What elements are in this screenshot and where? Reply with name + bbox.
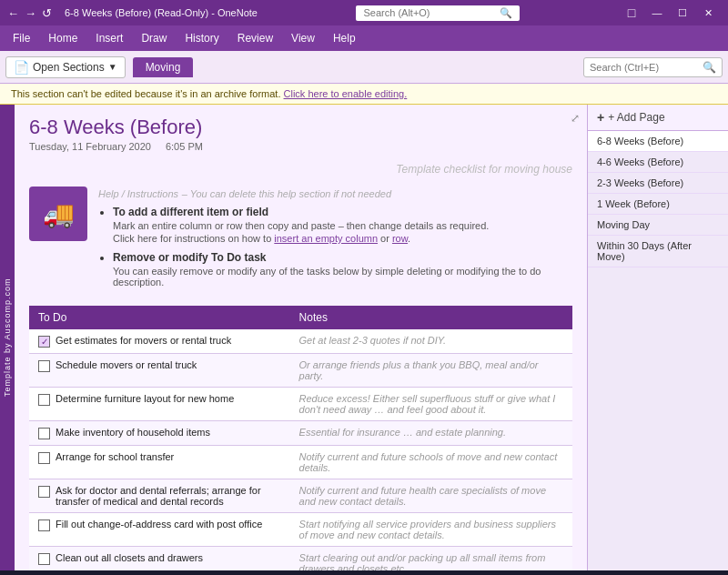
task-cell: Clean out all closets and drawers: [29, 547, 290, 571]
menu-review[interactable]: Review: [228, 28, 282, 48]
note-time: 6:05 PM: [166, 141, 203, 152]
page-item[interactable]: 4-6 Weeks (Before): [588, 152, 728, 173]
todo-checkbox[interactable]: [38, 394, 50, 406]
help-item-2-text: You can easily remove or modify any of t…: [113, 266, 572, 288]
page-item[interactable]: 1 Week (Before): [588, 194, 728, 215]
task-label: Clean out all closets and drawers: [56, 552, 203, 563]
insert-row-link[interactable]: row: [392, 233, 408, 244]
page-item[interactable]: 6-8 Weeks (Before): [588, 131, 728, 152]
notes-cell: Start clearing out and/or packing up all…: [290, 547, 572, 571]
table-row: ✓Get estimates for movers or rental truc…: [29, 329, 572, 354]
todo-checkbox[interactable]: [38, 553, 50, 565]
todo-checkbox[interactable]: [38, 486, 50, 498]
menu-insert[interactable]: Insert: [86, 28, 132, 48]
help-subtitle: – You can delete this help section if no…: [182, 188, 391, 199]
title-search-box[interactable]: 🔍: [356, 5, 520, 21]
notes-cell: Or arrange friends plus a thank you BBQ,…: [290, 354, 572, 388]
close-button[interactable]: ✕: [695, 0, 721, 25]
help-item-1: To add a different item or field Mark an…: [113, 206, 572, 244]
menu-draw[interactable]: Draw: [132, 28, 176, 48]
menu-help[interactable]: Help: [324, 28, 365, 48]
page-item[interactable]: 2-3 Weeks (Before): [588, 173, 728, 194]
table-row: Clean out all closets and drawersStart c…: [29, 547, 572, 571]
search-box[interactable]: 🔍: [583, 57, 723, 77]
todo-checkbox[interactable]: ✓: [38, 336, 50, 348]
help-item-2: Remove or modify To Do task You can easi…: [113, 251, 572, 288]
window-controls: □ — ☐ ✕: [619, 0, 721, 25]
table-body: ✓Get estimates for movers or rental truc…: [29, 329, 572, 570]
app-undo-icon[interactable]: ↺: [42, 6, 52, 20]
insert-column-link[interactable]: insert an empty column: [274, 233, 378, 244]
col-header-todo: To Do: [29, 306, 290, 329]
search-icon: 🔍: [500, 7, 512, 19]
content-area: ⤢ 6-8 Weeks (Before) Tuesday, 11 Februar…: [15, 105, 587, 570]
todo-checkbox[interactable]: [38, 452, 50, 464]
task-label: Arrange for school transfer: [56, 451, 174, 462]
task-label: Determine furniture layout for new home: [56, 393, 234, 404]
task-cell: Make inventory of household items: [29, 421, 290, 446]
menu-file[interactable]: File: [4, 28, 39, 48]
app-forward-icon[interactable]: →: [25, 6, 36, 20]
warning-banner: This section can't be edited because it'…: [0, 84, 728, 105]
task-cell: Arrange for school transfer: [29, 446, 290, 479]
help-title: Help / Instructions – You can delete thi…: [98, 187, 572, 200]
add-page-button[interactable]: + + Add Page: [588, 105, 728, 131]
task-label: Schedule movers or rental truck: [56, 359, 197, 370]
menu-home[interactable]: Home: [39, 28, 86, 48]
notes-cell: Notify current and future schools of mov…: [290, 446, 572, 479]
help-list: To add a different item or field Mark an…: [113, 206, 572, 288]
notebook-icon-btn[interactable]: □: [619, 0, 644, 25]
title-bar: ← → ↺ 6-8 Weeks (Before) (Read-Only) - O…: [0, 0, 728, 25]
notes-cell: Start notifying all service providers an…: [290, 513, 572, 547]
table-row: Determine furniture layout for new homeR…: [29, 388, 572, 421]
help-item-1-link-text: Click here for instructions on how to in…: [113, 233, 572, 244]
menu-bar: File Home Insert Draw History Review Vie…: [0, 25, 728, 51]
todo-checkbox[interactable]: [38, 520, 50, 531]
task-cell: Ask for doctor and dental referrals; arr…: [29, 479, 290, 513]
help-item-2-heading: Remove or modify To Do task: [113, 251, 266, 264]
help-item-1-text: Mark an entire column or row then copy a…: [113, 220, 572, 231]
search-input[interactable]: [590, 62, 699, 73]
moving-tab[interactable]: Moving: [133, 57, 194, 77]
page-item[interactable]: Within 30 Days (After Move): [588, 236, 728, 267]
notebook-open-icon: 📄: [14, 60, 29, 75]
table-row: Ask for doctor and dental referrals; arr…: [29, 479, 572, 513]
page-list: 6-8 Weeks (Before)4-6 Weeks (Before)2-3 …: [588, 131, 728, 570]
todo-checkbox[interactable]: [38, 360, 50, 372]
task-label: Ask for doctor and dental referrals; arr…: [56, 485, 281, 507]
menu-history[interactable]: History: [176, 28, 228, 48]
template-label: Template checklist for moving house: [29, 163, 572, 176]
minimize-button[interactable]: —: [644, 0, 670, 25]
help-text: Help / Instructions – You can delete thi…: [98, 187, 572, 295]
app-back-icon[interactable]: ←: [7, 6, 19, 20]
search-icon: 🔍: [703, 61, 716, 74]
task-cell: Determine furniture layout for new home: [29, 388, 290, 421]
expand-icon[interactable]: ⤢: [571, 112, 580, 125]
help-item-1-heading: To add a different item or field: [113, 206, 268, 218]
open-sections-label: Open Sections: [33, 61, 105, 74]
open-sections-button[interactable]: 📄 Open Sections ▼: [5, 56, 126, 78]
title-bar-title: 6-8 Weeks (Before) (Read-Only) - OneNote: [65, 7, 258, 18]
table-row: Schedule movers or rental truckOr arrang…: [29, 354, 572, 388]
notes-cell: Get at least 2-3 quotes if not DIY.: [290, 329, 572, 354]
todo-checkbox[interactable]: [38, 428, 50, 439]
menu-view[interactable]: View: [282, 28, 324, 48]
title-bar-left: ← → ↺ 6-8 Weeks (Before) (Read-Only) - O…: [7, 6, 258, 20]
maximize-button[interactable]: ☐: [670, 0, 695, 25]
enable-editing-link[interactable]: Click here to enable editing.: [284, 88, 408, 99]
todo-table: To Do Notes ✓Get estimates for movers or…: [29, 306, 572, 570]
toolbar-row: 📄 Open Sections ▼ Moving 🔍: [0, 51, 728, 84]
add-page-label: + Add Page: [608, 111, 664, 124]
table-header: To Do Notes: [29, 306, 572, 329]
notes-cell: Essential for insurance … and estate pla…: [290, 421, 572, 446]
title-search-input[interactable]: [363, 7, 496, 18]
left-strip: Template by Auscomp.com: [0, 105, 15, 570]
task-label: Fill out change-of-address card with pos…: [56, 519, 262, 530]
task-label: Make inventory of household items: [56, 427, 210, 438]
notes-cell: Notify current and future health care sp…: [290, 479, 572, 513]
notes-cell: Reduce excess! Either sell superfluous s…: [290, 388, 572, 421]
chevron-down-icon: ▼: [108, 62, 117, 72]
note-date: Tuesday, 11 February 2020: [29, 141, 151, 152]
page-item[interactable]: Moving Day: [588, 215, 728, 236]
left-strip-text: Template by Auscomp.com: [3, 278, 12, 398]
